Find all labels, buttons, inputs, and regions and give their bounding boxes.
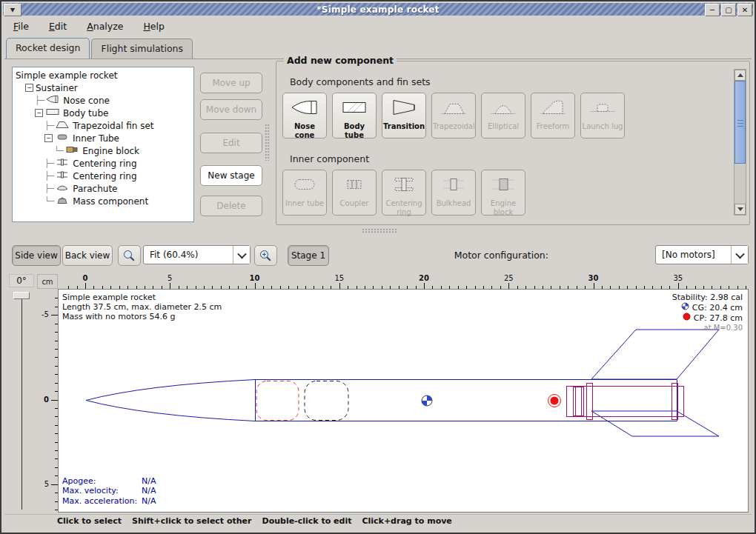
inner-tube-icon — [290, 175, 319, 197]
menu-help[interactable]: Help — [143, 21, 165, 32]
stage-1-toggle[interactable]: Stage 1 — [288, 245, 329, 266]
nose-cone-icon — [45, 95, 60, 106]
tree-item-mass-component[interactable]: └─Mass component — [16, 195, 193, 207]
tree-item-trapezoidal-fin-set[interactable]: ├─Trapezoidal fin set — [16, 119, 193, 132]
horizontal-splitter-handle[interactable] — [362, 228, 397, 233]
ruler-label: -5 — [42, 310, 49, 318]
motor-configuration-value: [No motors] — [656, 250, 731, 260]
chevron-down-icon[interactable] — [233, 246, 250, 264]
component-elliptical-button[interactable]: Elliptical — [481, 93, 525, 138]
new-stage-button[interactable]: New stage — [200, 165, 262, 186]
zoom-level-select[interactable]: Fit (60.4%) — [143, 245, 251, 264]
tree-item-nose-cone[interactable]: ├─Nose cone — [16, 94, 193, 107]
ruler-unit-label: cm — [37, 274, 58, 289]
component-button-label: Body tube — [334, 122, 375, 139]
motor-configuration-label: Motor configuration: — [454, 250, 548, 261]
rocket-mass-line: Mass with no motors 54.6 g — [62, 312, 222, 321]
component-freeform-button[interactable]: Freeform — [531, 93, 575, 138]
delete-button[interactable]: Delete — [200, 196, 262, 216]
edit-button[interactable]: Edit — [200, 133, 262, 153]
zoom-in-button[interactable] — [254, 245, 277, 266]
menu-bar: File Edit Analyze Help — [4, 17, 752, 35]
component-trapezoidal-button[interactable]: Trapezoidal — [431, 93, 476, 138]
tree-item-label: Centering ring — [73, 158, 136, 169]
component-inner-tube-button[interactable]: Inner tube — [282, 170, 327, 216]
vertical-splitter-handle[interactable] — [265, 124, 270, 161]
tree-item-engine-block[interactable]: └─Engine block — [16, 144, 193, 157]
status-bar: Click to selectShift+click to select oth… — [57, 516, 452, 526]
rocket-canvas[interactable]: Simple example rocket Length 37.5 cm, ma… — [58, 289, 749, 513]
centering-ring-icon — [389, 175, 419, 197]
component-scrollbar[interactable] — [734, 69, 746, 216]
rocket-drawing — [59, 290, 748, 512]
cg-quadrant — [427, 396, 432, 401]
tree-item-parachute[interactable]: ├─Parachute — [16, 182, 193, 195]
tree-item-label: Centering ring — [73, 171, 136, 181]
cp-marker-dot — [551, 397, 559, 405]
chevron-down-icon[interactable] — [731, 246, 748, 264]
maximize-icon[interactable]: ▢ — [721, 4, 736, 16]
component-coupler-button[interactable]: Coupler — [332, 170, 377, 216]
component-tree[interactable]: Simple example rocket−Sustainer├─Nose co… — [12, 67, 194, 222]
engine-block-outline — [574, 387, 584, 416]
component-button-label: Trapezoidal — [433, 122, 474, 131]
tree-connector: └─ — [54, 146, 64, 156]
tree-item-body-tube[interactable]: −Body tube — [16, 107, 193, 119]
menu-file[interactable]: File — [13, 21, 29, 32]
window-title: *Simple example rocket — [3, 4, 753, 15]
zoom-out-button[interactable] — [118, 245, 141, 266]
tree-item-inner-tube[interactable]: −Inner Tube — [16, 132, 193, 144]
tree-item-label: Simple example rocket — [16, 70, 117, 81]
close-icon[interactable]: ✕ — [737, 4, 752, 16]
minimize-icon[interactable]: ─ — [705, 4, 720, 16]
tree-item-sustainer[interactable]: −Sustainer — [16, 81, 193, 94]
flight-stat-label: Max. velocity: — [62, 486, 142, 496]
engine-block-icon — [64, 145, 79, 156]
scroll-down-icon[interactable] — [735, 204, 746, 215]
cp-icon — [683, 313, 691, 323]
component-transition-button[interactable]: Transition — [382, 93, 426, 138]
back-view-button[interactable]: Back view — [62, 245, 113, 266]
rotation-slider-handle[interactable] — [13, 292, 30, 299]
parachute-icon — [55, 183, 70, 194]
component-body-tube-button[interactable]: Body tube — [332, 93, 377, 138]
tree-expander-icon[interactable]: − — [25, 84, 33, 92]
tree-expander-icon[interactable]: − — [44, 134, 53, 142]
tree-item-centering-ring[interactable]: ├─Centering ring — [16, 157, 193, 170]
tree-expander-icon[interactable]: − — [35, 109, 43, 117]
component-bulkhead-button[interactable]: Bulkhead — [431, 170, 476, 216]
flight-stat-value: N/A — [142, 476, 156, 487]
ruler-label: 10 — [250, 274, 260, 282]
stability-block: Stability: 2.98 cal CG: 20.4 cm CP: 27.8… — [672, 293, 743, 333]
component-launch-lug-button[interactable]: Launch lug — [580, 93, 625, 138]
centering-ring-icon — [55, 158, 70, 169]
tree-item-label: Inner Tube — [73, 133, 119, 144]
window-menu-button[interactable]: ▼ — [4, 4, 21, 16]
ruler-tick — [85, 283, 86, 289]
tree-item-label: Trapezoidal fin set — [73, 121, 153, 131]
tab-flight-simulations[interactable]: Flight simulations — [91, 39, 193, 59]
scrollbar-thumb[interactable] — [735, 81, 746, 164]
menu-analyze[interactable]: Analyze — [87, 21, 123, 32]
transition-icon — [389, 98, 419, 120]
tree-item-centering-ring[interactable]: ├─Centering ring — [16, 170, 193, 182]
component-engine-block-button[interactable]: Engine block — [481, 170, 525, 216]
scroll-up-icon[interactable] — [735, 70, 746, 81]
ruler-label: 20 — [419, 274, 429, 282]
nose-cone-outline — [86, 380, 255, 421]
move-up-button[interactable]: Move up — [200, 73, 262, 93]
move-down-button[interactable]: Move down — [200, 99, 262, 120]
menu-edit[interactable]: Edit — [49, 21, 67, 32]
component-centering-ring-button[interactable]: Centering ring — [382, 170, 426, 216]
cg-text: CG: 20.4 cm — [692, 303, 743, 313]
cp-text: CP: 27.8 cm — [694, 313, 743, 323]
tree-item-label: Sustainer — [36, 83, 78, 93]
component-button-label: Elliptical — [483, 122, 524, 131]
motor-configuration-select[interactable]: [No motors] — [655, 245, 749, 264]
component-nose-cone-button[interactable]: Nose cone — [282, 93, 327, 138]
tab-rocket-design[interactable]: Rocket design — [6, 38, 90, 59]
inner-tube-icon — [55, 133, 70, 144]
ruler-label: 30 — [588, 274, 599, 282]
side-view-button[interactable]: Side view — [12, 245, 61, 266]
tree-item-simple-example-rocket[interactable]: Simple example rocket — [16, 69, 193, 81]
